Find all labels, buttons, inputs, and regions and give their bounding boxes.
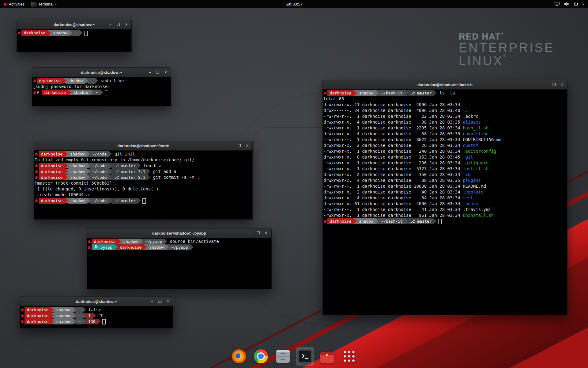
terminal-line: drwx------. 24 darknoise darknoise 4096 … [323,108,567,113]
minimize-button[interactable]: – [150,297,154,306]
powerline-separator-icon [87,174,90,180]
display-icon[interactable] [555,2,560,6]
prompt-segment-path: ~ [88,78,95,84]
redhat-prompt-icon: ☗ [18,30,21,36]
terminal-line: ☗darknoiseshadow~ sudo true [33,78,170,84]
directory-name: themes [463,201,478,207]
powerline-separator-icon [87,151,90,157]
close-button[interactable]: ✕ [560,80,564,89]
prompt-segment-gray: shadow [54,307,73,313]
system-status-area[interactable]: ▾ [555,0,588,8]
minimize-button[interactable]: – [148,68,152,77]
powerline-separator-icon [93,313,96,318]
terminal-text: -rw-rw-r--. 1 darknoise darknoise 3622 J… [323,137,463,143]
terminal-text: .travis.yml [463,207,491,213]
terminal-content[interactable]: ☗darknoiseshadow~/code git initInitializ… [34,151,252,219]
terminal-content[interactable]: ☗darknoiseshadow~/pyapp source bin/activ… [87,238,271,289]
prompt-segment-gray: shadow [121,239,140,244]
terminal-line: ☗darknoiseshadow~/code⎇ master ?:1 git a… [35,169,252,174]
window-titlebar[interactable]: darknoise@shadow:~/pyapp–❐✕ [87,228,271,238]
powerline-separator-icon [65,169,68,174]
files-icon[interactable] [274,347,292,366]
terminal-text: drwxrwxr-x. 4 darknoise darknoise 38 Jan… [323,119,463,125]
maximize-button[interactable]: ❐ [158,297,162,306]
powerline-separator-icon [48,30,51,36]
terminal-line: ☗darknoiseshadow~ [17,30,131,36]
terminal-content[interactable]: ☗darknoiseshadow~ sudo true[sudo] passwo… [32,77,171,106]
terminal-window: darknoise@shadow:~/bash-it–❐✕☗darknoises… [322,80,567,315]
terminal-text: 1 file changed, 0 insertions(+), 0 delet… [35,186,159,192]
close-button[interactable]: ✕ [124,20,128,29]
window-titlebar[interactable]: darknoise@shadow:~/code–❐✕ [34,141,252,151]
terminal-text: -rwxrwxr-x. 1 darknoise darknoise 240 Ja… [323,148,463,154]
app-menu-terminal[interactable]: Terminal ▾ [28,0,60,8]
redhat-prompt-icon: ☗ [21,319,24,324]
terminal-icon[interactable] [296,347,314,366]
terminal-text: -rwxrwxr-x. 1 darknoise darknoise 2205 J… [323,125,463,131]
software-icon[interactable] [318,347,336,366]
prompt-segment-red: darknoise [118,244,144,250]
activities-button[interactable]: ☗ Activities [0,0,28,8]
chrome-icon[interactable] [252,347,270,366]
prompt-segment-gray: shadow [51,30,70,36]
terminal-content[interactable]: ☗darknoiseshadow~/bash-it⎇ master ls -la… [323,90,567,315]
terminal-line: -rwxrwxr-x. 1 darknoise darknoise 2205 J… [323,125,567,131]
close-button[interactable]: ✕ [164,68,168,77]
terminal-window: darknoise@shadow:~–❐✕☗darknoiseshadow~ f… [20,297,173,328]
terminal-line: ☗ⓟ pyappdarknoiseshadow~/pyapp [88,244,271,250]
prompt-segment-path: ~/pyapp [169,244,190,250]
terminal-text: drwxrwxr-x. 11 darknoise darknoise 4096 … [323,102,463,108]
window-titlebar[interactable]: darknoise@shadow:~–❐✕ [20,297,173,306]
terminal-line: ☗darknoiseshadow~130 [21,319,172,324]
maximize-button[interactable]: ❐ [256,228,260,238]
powerline-separator-icon [138,163,141,168]
terminal-line: Initialized empty Git repository in /hom… [35,157,252,163]
terminal-line: drwxrwxr-x. 4 darknoise darknoise 38 Jan… [323,131,567,137]
window-titlebar[interactable]: darknoise@shadow:~–❐✕ [17,20,131,29]
redhat-prompt-icon: ☗ [88,239,91,244]
terminal-content[interactable]: ☗darknoiseshadow~ false☗darknoiseshadow~… [20,306,173,328]
close-button[interactable]: ✕ [264,228,268,238]
app-grid-icon[interactable] [340,347,358,366]
terminal-line: -rwxrwxr-x. 1 darknoise darknoise 961 Ja… [323,213,567,218]
terminal-line: ☗darknoiseshadow~ false [21,307,172,313]
minimize-button[interactable]: – [229,141,233,150]
prompt-segment-red: darknoise [39,198,65,204]
redhat-prompt-icon: ☗ [21,313,24,319]
powerline-separator-icon [109,163,112,168]
dock [230,347,358,366]
minimize-button[interactable]: – [544,80,548,89]
terminal-text: -rw-rw-r--. 1 darknoise darknoise 18630 … [323,183,463,189]
window-titlebar[interactable]: darknoise@shadow:~/bash-it–❐✕ [323,80,567,90]
powerline-separator-icon [109,174,112,180]
window-title: darknoise@shadow:~/code [34,144,252,148]
maximize-button[interactable]: ❐ [116,20,120,29]
power-icon[interactable] [574,2,578,6]
terminal-line: [master (root-commit) 50bcb63] . [35,180,252,186]
redhat-prompt-icon: ☗ [35,163,38,169]
redhat-prompt-icon: ☗ [35,174,38,180]
clock[interactable]: Sat 03:57 [285,2,303,6]
directory-name: aliases [463,119,481,125]
volume-icon[interactable] [564,2,569,6]
powerline-separator-icon [83,319,86,324]
close-button[interactable]: ✕ [166,297,170,306]
powerline-separator-icon [51,319,54,324]
terminal-text: [sudo] password for darknoise: [33,84,110,90]
window-titlebar[interactable]: darknoise@shadow:~–❐✕ [32,68,171,77]
maximize-button[interactable]: ❐ [552,80,556,89]
terminal-window: darknoise@shadow:~/code–❐✕☗darknoiseshad… [34,141,253,220]
powerline-separator-icon [109,169,112,174]
prompt-segment-git: ⎇ master [408,218,434,224]
powerline-separator-icon [85,78,88,83]
minimize-button[interactable]: – [248,228,252,238]
maximize-button[interactable]: ❐ [156,68,160,77]
firefox-icon[interactable] [230,347,248,366]
terminal-line: ☗darknoiseshadow~/code⎇ master S:1 git c… [35,174,252,180]
close-button[interactable]: ✕ [245,141,249,150]
terminal-line: -rw-rw-r--. 1 darknoise darknoise 41 Jan… [323,207,567,213]
terminal-content[interactable]: ☗darknoiseshadow~ [17,29,131,52]
minimize-button[interactable]: – [108,20,112,29]
prompt-segment-red: darknoise [92,239,118,244]
maximize-button[interactable]: ❐ [237,141,241,150]
